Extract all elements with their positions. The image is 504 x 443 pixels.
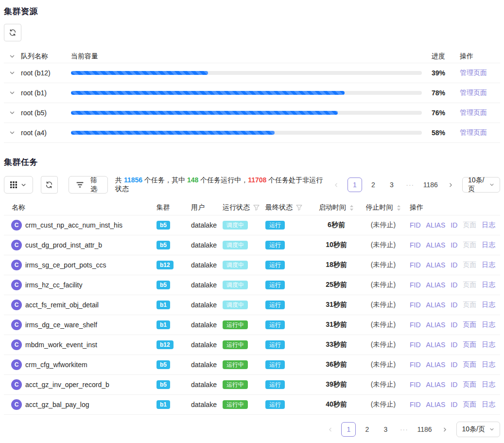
tasks-refresh-button[interactable] — [41, 176, 58, 194]
manage-page-link[interactable]: 管理页面 — [455, 108, 487, 116]
log-link[interactable]: 日志 — [482, 320, 495, 329]
alias-link[interactable]: ALIAS — [426, 301, 446, 309]
page-number-button[interactable]: 1186 — [421, 177, 440, 192]
id-link[interactable]: ID — [451, 341, 457, 349]
collapse-all-chevron-down-icon[interactable] — [9, 53, 15, 59]
fid-link[interactable]: FID — [410, 321, 421, 329]
view-switch-button[interactable] — [4, 176, 33, 194]
run-status-badge: 运行中 — [223, 320, 248, 329]
manage-page-link[interactable]: 管理页面 — [455, 89, 487, 96]
filter-button[interactable]: 筛选 — [69, 176, 108, 194]
page-size-select[interactable]: 10条/页 — [456, 422, 500, 437]
fid-link[interactable]: FID — [410, 341, 421, 349]
next-page-button[interactable] — [438, 422, 452, 437]
chevron-down-icon[interactable] — [9, 90, 15, 96]
alias-link[interactable]: ALIAS — [426, 221, 446, 229]
log-link[interactable]: 日志 — [482, 400, 495, 409]
task-name: crm_cfg_wfworkitem — [25, 361, 87, 369]
alias-link[interactable]: ALIAS — [426, 401, 446, 408]
page-number-button[interactable]: ··· — [397, 422, 411, 437]
alias-link[interactable]: ALIAS — [426, 381, 446, 389]
table-row: C crm_cfg_wfworkitem b5 datalake 运行中 运行 … — [4, 355, 500, 375]
page-link[interactable]: 页面 — [463, 281, 476, 289]
manage-page-link[interactable]: 管理页面 — [455, 69, 487, 76]
id-link[interactable]: ID — [451, 361, 457, 369]
id-link[interactable]: ID — [451, 401, 457, 408]
final-status-badge: 运行 — [265, 301, 285, 309]
id-link[interactable]: ID — [451, 321, 457, 329]
chevron-down-icon[interactable] — [9, 130, 15, 136]
page-number-button[interactable]: 1 — [341, 422, 356, 437]
page-link[interactable]: 页面 — [463, 241, 476, 249]
page-number-label: ··· — [400, 425, 408, 433]
id-link[interactable]: ID — [451, 281, 457, 289]
run-status-badge: 运行中 — [223, 380, 248, 389]
id-link[interactable]: ID — [451, 381, 457, 389]
log-link[interactable]: 日志 — [482, 241, 495, 249]
log-link[interactable]: 日志 — [482, 380, 495, 389]
page-link[interactable]: 页面 — [463, 400, 476, 409]
log-link[interactable]: 日志 — [482, 360, 495, 369]
page-number-button[interactable]: ··· — [403, 177, 417, 192]
capacity-progress-bar — [71, 111, 422, 115]
task-name: irms_dg_ce_ware_shelf — [25, 321, 97, 329]
page-link[interactable]: 页面 — [463, 360, 476, 369]
resources-refresh-button[interactable] — [4, 24, 21, 41]
page-size-select[interactable]: 10条/页 — [462, 177, 500, 193]
page-number-button[interactable]: 3 — [378, 422, 393, 437]
task-name: acct_gz_inv_oper_record_b — [25, 381, 109, 389]
page-number-button[interactable]: 2 — [366, 177, 381, 192]
fid-link[interactable]: FID — [410, 241, 421, 249]
log-link[interactable]: 日志 — [482, 301, 495, 309]
alias-link[interactable]: ALIAS — [426, 361, 446, 369]
avatar: C — [11, 319, 22, 330]
funnel-icon[interactable] — [253, 205, 260, 211]
id-link[interactable]: ID — [451, 261, 457, 269]
page-number-button[interactable]: 1 — [348, 177, 362, 192]
alias-link[interactable]: ALIAS — [426, 261, 446, 269]
log-link[interactable]: 日志 — [482, 261, 495, 269]
id-link[interactable]: ID — [451, 301, 457, 309]
fid-link[interactable]: FID — [410, 301, 421, 309]
page-link[interactable]: 页面 — [463, 221, 476, 230]
table-row: C acct_gz_inv_oper_record_b b5 datalake … — [4, 375, 500, 395]
alias-link[interactable]: ALIAS — [426, 321, 446, 329]
final-status-badge: 运行 — [265, 281, 285, 289]
page-number-button[interactable]: 1186 — [415, 422, 434, 437]
alias-link[interactable]: ALIAS — [426, 241, 446, 249]
prev-page-button[interactable] — [323, 422, 337, 437]
stopped-task-count: 11708 — [248, 176, 266, 184]
manage-page-link[interactable]: 管理页面 — [455, 128, 487, 136]
alias-link[interactable]: ALIAS — [426, 341, 446, 349]
fid-link[interactable]: FID — [410, 401, 421, 408]
id-link[interactable]: ID — [451, 221, 457, 229]
page-number-button[interactable]: 2 — [360, 422, 374, 437]
page-link[interactable]: 页面 — [463, 301, 476, 309]
page-number-button[interactable]: 3 — [384, 177, 399, 192]
page-link[interactable]: 页面 — [463, 261, 476, 269]
operation-header: 操作 — [406, 203, 500, 212]
fid-link[interactable]: FID — [410, 381, 421, 389]
caret-up-down-icon[interactable] — [397, 205, 401, 211]
page-link[interactable]: 页面 — [463, 340, 476, 349]
id-link[interactable]: ID — [451, 241, 457, 249]
page-link[interactable]: 页面 — [463, 380, 476, 389]
funnel-icon[interactable] — [296, 205, 302, 211]
alias-link[interactable]: ALIAS — [426, 281, 446, 289]
chevron-down-icon[interactable] — [9, 110, 15, 116]
chevron-down-icon[interactable] — [9, 70, 15, 76]
caret-up-down-icon[interactable] — [349, 205, 354, 211]
fid-link[interactable]: FID — [410, 221, 421, 229]
fid-link[interactable]: FID — [410, 281, 421, 289]
fid-link[interactable]: FID — [410, 361, 421, 369]
next-page-button[interactable] — [444, 177, 458, 192]
task-name: irms_sg_ce_port_pots_ccs — [25, 261, 106, 269]
page-number-label: ··· — [406, 181, 414, 189]
page-link[interactable]: 页面 — [463, 320, 476, 329]
log-link[interactable]: 日志 — [482, 281, 495, 289]
capacity-progress-bar — [71, 131, 422, 135]
log-link[interactable]: 日志 — [482, 221, 495, 230]
prev-page-button[interactable] — [329, 177, 344, 192]
fid-link[interactable]: FID — [410, 261, 421, 269]
log-link[interactable]: 日志 — [482, 340, 495, 349]
